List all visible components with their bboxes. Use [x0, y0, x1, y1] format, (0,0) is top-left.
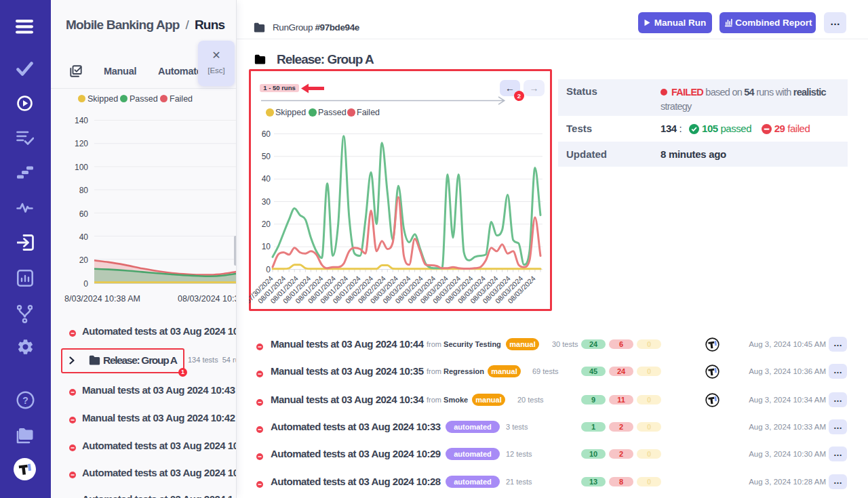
- svg-text:20: 20: [262, 220, 271, 229]
- svg-text:50: 50: [262, 152, 271, 161]
- svg-text:60: 60: [262, 129, 271, 139]
- svg-text:10: 10: [262, 242, 271, 251]
- svg-text:40: 40: [262, 174, 271, 184]
- svg-text:30: 30: [262, 197, 271, 207]
- svg-text:?: ?: [22, 395, 28, 406]
- svg-text:0: 0: [266, 265, 271, 274]
